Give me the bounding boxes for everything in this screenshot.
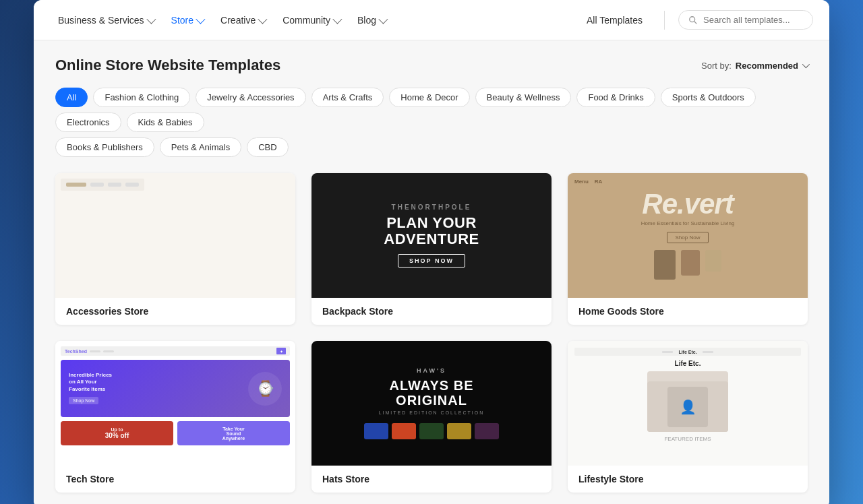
template-image-accessories [55, 173, 295, 298]
template-image-backpack: THENORTHPOLE PLAN YOURADVENTURE SHOP NOW [311, 173, 552, 298]
filter-arts[interactable]: Arts & Crafts [311, 88, 384, 107]
sort-label: Sort by: [701, 61, 732, 71]
nav-left: Business & Services Store Creative Commu… [50, 9, 576, 31]
filter-pets[interactable]: Pets & Animals [160, 137, 241, 157]
nav-item-store[interactable]: Store [163, 9, 211, 31]
nav-item-creative[interactable]: Creative [212, 9, 273, 31]
template-grid: Accessories Store THENORTHPOLE PLAN YOUR… [55, 173, 808, 493]
filter-kids[interactable]: Kids & Babies [127, 113, 204, 132]
nav-label-blog: Blog [357, 15, 376, 26]
filter-food[interactable]: Food & Drinks [576, 88, 655, 107]
nav-item-business[interactable]: Business & Services [50, 9, 162, 31]
template-label-accessories: Accessories Store [55, 298, 295, 325]
main-content: Online Store Website Templates Sort by: … [34, 40, 829, 504]
filter-row-1: All Fashion & Clothing Jewelry & Accesso… [55, 88, 808, 132]
nav-label-community: Community [282, 15, 330, 26]
template-image-lifestyle: Life Etc. Life Etc. 👤 FEATURED ITEMS [568, 341, 808, 466]
template-card-accessories[interactable]: Accessories Store [55, 173, 295, 325]
filter-all[interactable]: All [55, 88, 88, 107]
page-title: Online Store Website Templates [55, 57, 280, 74]
chevron-down-icon [802, 61, 810, 68]
main-nav: Business & Services Store Creative Commu… [34, 0, 829, 40]
all-templates-button[interactable]: All Templates [578, 11, 651, 30]
nav-right: All Templates [578, 10, 813, 30]
template-label-hats: Hats Store [311, 466, 552, 493]
template-image-hats: HAW'S ALWAYS BEORIGINAL LIMITED EDITION … [311, 341, 552, 466]
sort-control[interactable]: Sort by: Recommended [701, 61, 808, 71]
chevron-down-icon [146, 14, 156, 24]
template-card-backpack[interactable]: THENORTHPOLE PLAN YOURADVENTURE SHOP NOW… [311, 173, 552, 325]
chevron-down-icon [196, 14, 205, 24]
filter-row-2: Books & Publishers Pets & Animals CBD [55, 137, 808, 157]
template-image-tech: TechShed ✦ Incredible Priceson All YourF… [55, 341, 295, 466]
template-image-homegoods: Menu RA Re.vert Home Essentials for Sust… [568, 173, 808, 298]
filter-sports[interactable]: Sports & Outdoors [661, 88, 756, 107]
filter-beauty[interactable]: Beauty & Wellness [475, 88, 572, 107]
filter-home-decor[interactable]: Home & Decor [389, 88, 469, 107]
template-card-homegoods[interactable]: Menu RA Re.vert Home Essentials for Sust… [568, 173, 808, 325]
filter-jewelry[interactable]: Jewelry & Accessories [196, 88, 305, 107]
template-card-lifestyle[interactable]: Life Etc. Life Etc. 👤 FEATURED ITEMS Lif… [568, 341, 808, 493]
nav-label-business: Business & Services [58, 15, 144, 26]
template-label-homegoods: Home Goods Store [568, 298, 808, 325]
nav-separator [664, 11, 665, 30]
chevron-down-icon [378, 14, 388, 24]
filter-books[interactable]: Books & Publishers [55, 137, 154, 157]
nav-item-blog[interactable]: Blog [349, 9, 394, 31]
search-box[interactable] [678, 10, 813, 30]
filter-electronics[interactable]: Electronics [55, 113, 121, 132]
template-label-lifestyle: Lifestyle Store [568, 466, 808, 493]
filter-cbd[interactable]: CBD [247, 137, 288, 157]
svg-line-1 [694, 21, 697, 24]
search-input[interactable] [703, 15, 803, 25]
svg-point-0 [690, 16, 695, 22]
browser-window: Business & Services Store Creative Commu… [34, 0, 829, 504]
chevron-down-icon [332, 14, 342, 24]
template-label-backpack: Backpack Store [311, 298, 552, 325]
nav-label-creative: Creative [220, 15, 256, 26]
template-label-tech: Tech Store [55, 466, 295, 493]
template-card-tech[interactable]: TechShed ✦ Incredible Priceson All YourF… [55, 341, 295, 493]
nav-item-community[interactable]: Community [274, 9, 348, 31]
chevron-down-icon [258, 14, 268, 24]
page-header: Online Store Website Templates Sort by: … [55, 57, 808, 74]
filter-fashion[interactable]: Fashion & Clothing [93, 88, 190, 107]
search-icon [688, 15, 698, 25]
nav-label-store: Store [171, 15, 194, 26]
template-card-hats[interactable]: HAW'S ALWAYS BEORIGINAL LIMITED EDITION … [311, 341, 552, 493]
sort-value: Recommended [736, 61, 798, 71]
